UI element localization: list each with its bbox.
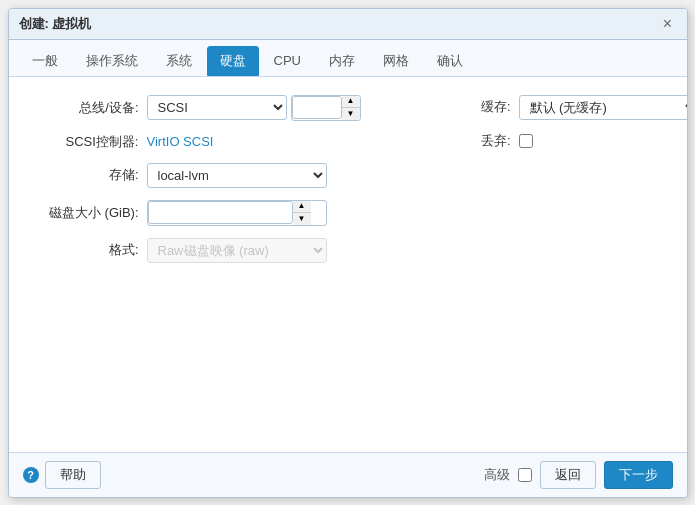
spinner-down[interactable]: ▼ [342, 108, 360, 120]
next-button[interactable]: 下一步 [604, 461, 673, 489]
tab-general[interactable]: 一般 [19, 46, 71, 76]
format-control: Raw磁盘映像 (raw) [147, 238, 361, 263]
disk-size-up[interactable]: ▲ [293, 201, 311, 213]
format-row: 格式: Raw磁盘映像 (raw) [29, 238, 361, 263]
bus-label: 总线/设备: [29, 99, 139, 117]
scsi-label: SCSI控制器: [29, 133, 139, 151]
storage-row: 存储: local-lvm [29, 163, 361, 188]
disk-size-down[interactable]: ▼ [293, 213, 311, 225]
bus-control: SCSI 0 ▲ ▼ [147, 95, 361, 121]
tab-bar: 一般 操作系统 系统 硬盘 CPU 内存 网格 确认 [9, 40, 687, 77]
dialog-title: 创建: 虚拟机 [19, 15, 92, 33]
bus-select[interactable]: SCSI [147, 95, 287, 120]
footer-right: 高级 返回 下一步 [484, 461, 673, 489]
title-bar: 创建: 虚拟机 × [9, 9, 687, 40]
storage-control: local-lvm [147, 163, 361, 188]
back-button[interactable]: 返回 [540, 461, 596, 489]
form-content: 总线/设备: SCSI 0 ▲ ▼ [9, 77, 687, 452]
bus-num-spinner: 0 ▲ ▼ [291, 95, 361, 121]
bus-num-input[interactable]: 0 [292, 96, 342, 119]
disk-size-input[interactable]: 32 [148, 201, 293, 224]
scsi-control: VirtIO SCSI [147, 134, 361, 149]
discard-checkbox[interactable] [519, 134, 533, 148]
disk-size-spinner: 32 ▲ ▼ [147, 200, 327, 226]
cache-row: 缓存: 默认 (无缓存) [401, 95, 687, 120]
close-button[interactable]: × [659, 15, 677, 33]
spinner-up[interactable]: ▲ [342, 96, 360, 108]
tab-confirm[interactable]: 确认 [424, 46, 476, 76]
disk-size-label: 磁盘大小 (GiB): [29, 204, 139, 222]
format-select[interactable]: Raw磁盘映像 (raw) [147, 238, 327, 263]
create-vm-dialog: 创建: 虚拟机 × 一般 操作系统 系统 硬盘 CPU 内存 网格 确认 总线/… [8, 8, 688, 498]
scsi-controller-row: SCSI控制器: VirtIO SCSI [29, 133, 361, 151]
discard-row: 丢弃: [401, 132, 687, 150]
scsi-value: VirtIO SCSI [147, 134, 214, 149]
form-left-col: 总线/设备: SCSI 0 ▲ ▼ [29, 95, 361, 263]
help-button[interactable]: 帮助 [45, 461, 101, 489]
cache-label: 缓存: [401, 98, 511, 116]
footer: ? 帮助 高级 返回 下一步 [9, 452, 687, 497]
advanced-label: 高级 [484, 466, 510, 484]
form-right-col: 缓存: 默认 (无缓存) 丢弃: [401, 95, 687, 263]
bus-device-row: 总线/设备: SCSI 0 ▲ ▼ [29, 95, 361, 121]
tab-harddisk[interactable]: 硬盘 [207, 46, 259, 76]
storage-select[interactable]: local-lvm [147, 163, 327, 188]
disk-size-row: 磁盘大小 (GiB): 32 ▲ ▼ [29, 200, 361, 226]
spinner-btns: ▲ ▼ [342, 96, 360, 120]
tab-network[interactable]: 网格 [370, 46, 422, 76]
format-label: 格式: [29, 241, 139, 259]
form-grid: 总线/设备: SCSI 0 ▲ ▼ [29, 95, 667, 263]
cache-select[interactable]: 默认 (无缓存) [519, 95, 687, 120]
cache-control: 默认 (无缓存) [519, 95, 687, 120]
tab-os[interactable]: 操作系统 [73, 46, 151, 76]
disk-size-control: 32 ▲ ▼ [147, 200, 361, 226]
discard-control [519, 134, 687, 148]
discard-label: 丢弃: [401, 132, 511, 150]
storage-label: 存储: [29, 166, 139, 184]
tab-system[interactable]: 系统 [153, 46, 205, 76]
advanced-checkbox[interactable] [518, 468, 532, 482]
tab-memory[interactable]: 内存 [316, 46, 368, 76]
help-icon: ? [23, 467, 39, 483]
tab-cpu[interactable]: CPU [261, 46, 314, 76]
disk-size-spinner-btns: ▲ ▼ [293, 201, 311, 225]
footer-left: ? 帮助 [23, 461, 101, 489]
